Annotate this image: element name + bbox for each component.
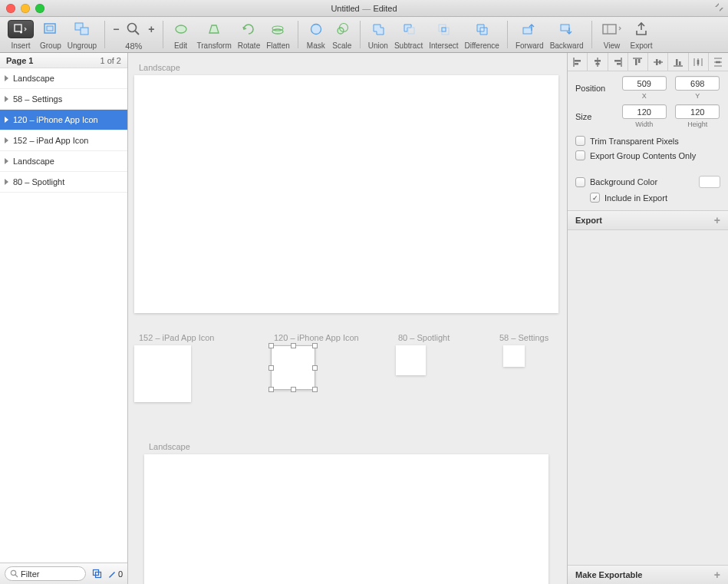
filter-input[interactable]: Filter xyxy=(5,566,86,581)
zoom-icon[interactable] xyxy=(124,20,143,38)
export-section-header[interactable]: Export + xyxy=(568,211,728,230)
plus-icon[interactable]: + xyxy=(714,214,720,226)
edit-button[interactable] xyxy=(171,20,191,38)
artboard-label[interactable]: 120 – iPhone App Icon xyxy=(274,333,359,342)
backward-button[interactable] xyxy=(557,20,577,38)
view-button[interactable] xyxy=(600,20,624,38)
svg-rect-32 xyxy=(614,60,621,62)
ungroup-button[interactable] xyxy=(72,20,92,38)
align-vcenter-button[interactable] xyxy=(648,53,668,71)
include-export-row[interactable]: Include in Export xyxy=(575,193,720,203)
toolbar: Insert Group Ungroup − + 48% Edit Transf… xyxy=(0,17,728,53)
titlebar: Untitled — Edited xyxy=(0,0,728,17)
svg-line-22 xyxy=(15,575,18,577)
align-top-button[interactable] xyxy=(628,53,648,71)
align-bottom-button[interactable] xyxy=(668,53,688,71)
rotate-button[interactable] xyxy=(239,20,259,38)
artboard-80[interactable] xyxy=(396,345,426,375)
background-color-row[interactable]: Background Color xyxy=(575,176,720,188)
disclosure-triangle-icon[interactable] xyxy=(5,179,8,185)
layer-item[interactable]: 80 – Spotlight xyxy=(0,172,127,193)
mask-button[interactable] xyxy=(306,20,326,38)
scale-button[interactable] xyxy=(332,20,352,38)
toolbar-separator xyxy=(163,21,163,48)
make-exportable-footer[interactable]: Make Exportable + xyxy=(568,565,728,584)
insert-button[interactable] xyxy=(8,20,34,38)
artboard-58[interactable] xyxy=(503,345,525,367)
export-button[interactable] xyxy=(631,20,651,38)
checkbox-icon[interactable] xyxy=(575,177,585,187)
resize-handle[interactable] xyxy=(312,343,318,348)
trim-checkbox-row[interactable]: Trim Transparent Pixels xyxy=(575,136,720,146)
artboard-landscape-2[interactable] xyxy=(144,454,548,584)
checkbox-icon[interactable] xyxy=(590,193,600,203)
artboard-120-selected[interactable] xyxy=(271,345,315,390)
disclosure-triangle-icon[interactable] xyxy=(5,158,8,164)
layer-item-selected[interactable]: 120 – iPhone App Icon xyxy=(0,110,127,130)
artboard-landscape[interactable] xyxy=(134,75,558,313)
artboard-label[interactable]: 152 – iPad App Icon xyxy=(139,333,214,342)
artboard-label[interactable]: 58 – Settings xyxy=(499,333,548,342)
disclosure-triangle-icon[interactable] xyxy=(5,96,8,102)
zoom-out-button[interactable]: − xyxy=(113,23,119,35)
canvas[interactable]: Landscape 152 – iPad App Icon 120 – iPho… xyxy=(128,53,567,584)
page-label: Page 1 xyxy=(6,56,33,65)
resize-handle[interactable] xyxy=(268,387,274,392)
artboard-label[interactable]: Landscape xyxy=(139,63,180,72)
layer-item[interactable]: Landscape xyxy=(0,151,127,172)
pen-tool-icon[interactable]: 0 xyxy=(108,569,123,579)
export-group-checkbox-row[interactable]: Export Group Contents Only xyxy=(575,150,720,160)
artboard-label[interactable]: Landscape xyxy=(149,442,190,451)
view-label: View xyxy=(604,41,621,50)
position-x-input[interactable] xyxy=(622,76,667,91)
intersect-button[interactable] xyxy=(433,20,453,38)
subtract-button[interactable] xyxy=(399,20,419,38)
difference-label: Difference xyxy=(465,41,499,50)
background-color-swatch[interactable] xyxy=(699,176,720,188)
fullscreen-icon[interactable] xyxy=(715,3,723,12)
zoom-in-button[interactable]: + xyxy=(148,23,154,35)
page-header[interactable]: Page 1 1 of 2 xyxy=(0,53,127,68)
layer-item[interactable]: Landscape xyxy=(0,68,127,89)
layer-item[interactable]: 152 – iPad App Icon xyxy=(0,130,127,151)
flatten-button[interactable] xyxy=(268,20,288,38)
plus-icon[interactable]: + xyxy=(714,569,720,581)
align-hcenter-button[interactable] xyxy=(588,53,608,71)
transform-button[interactable] xyxy=(204,20,224,38)
ungroup-label: Ungroup xyxy=(68,41,97,50)
artboard-tool-icon[interactable] xyxy=(92,569,102,579)
checkbox-icon[interactable] xyxy=(575,136,585,146)
resize-handle[interactable] xyxy=(312,365,318,371)
position-label: Position xyxy=(575,84,614,93)
x-sublabel: X xyxy=(642,92,647,100)
checkbox-icon[interactable] xyxy=(575,150,585,160)
artboard-152[interactable] xyxy=(134,345,191,402)
disclosure-triangle-icon[interactable] xyxy=(5,137,8,144)
resize-handle[interactable] xyxy=(312,387,318,392)
distribute-h-button[interactable] xyxy=(689,53,709,71)
backward-label: Backward xyxy=(550,41,584,50)
align-left-button[interactable] xyxy=(568,53,588,71)
disclosure-triangle-icon[interactable] xyxy=(5,75,8,81)
difference-button[interactable] xyxy=(472,20,492,38)
size-height-input[interactable] xyxy=(675,104,720,119)
size-width-input[interactable] xyxy=(622,104,667,119)
resize-handle[interactable] xyxy=(291,343,296,348)
pen-count: 0 xyxy=(118,569,123,579)
resize-handle[interactable] xyxy=(268,343,274,348)
forward-button[interactable] xyxy=(519,20,539,38)
distribute-v-button[interactable] xyxy=(709,53,728,71)
position-y-input[interactable] xyxy=(675,76,720,91)
align-right-button[interactable] xyxy=(608,53,628,71)
resize-handle[interactable] xyxy=(268,365,274,371)
resize-handle[interactable] xyxy=(291,387,296,392)
group-button[interactable] xyxy=(41,20,61,38)
disclosure-triangle-icon[interactable] xyxy=(5,117,8,123)
width-sublabel: Width xyxy=(635,120,653,128)
minimize-window-button[interactable] xyxy=(21,4,30,13)
union-button[interactable] xyxy=(368,20,388,38)
zoom-window-button[interactable] xyxy=(35,4,44,13)
artboard-label[interactable]: 80 – Spotlight xyxy=(398,333,450,342)
layer-item[interactable]: 58 – Settings xyxy=(0,89,127,110)
close-window-button[interactable] xyxy=(6,4,15,13)
